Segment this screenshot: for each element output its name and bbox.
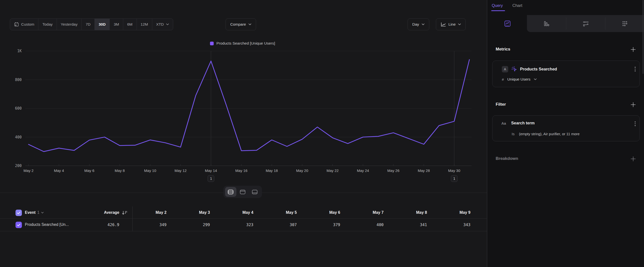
date-column-header[interactable]: May 7: [342, 210, 384, 215]
cell-value: 379: [298, 222, 340, 227]
metric-card[interactable]: A Products Searched # Unique Users: [492, 61, 640, 87]
date-range-segmented-control: CustomTodayYesterday7D30D3M6M12MXTD: [10, 19, 173, 30]
row-checkbox[interactable]: [16, 222, 22, 228]
filter-operator[interactable]: Is: [512, 132, 514, 136]
cell-value: 349: [125, 222, 166, 227]
cell-value: 400: [342, 222, 384, 227]
view-tab-grid-dots[interactable]: [605, 15, 644, 32]
active-tab-underline: [491, 10, 505, 11]
layout-table-only-button[interactable]: [249, 187, 260, 197]
event-label: Event: [25, 210, 36, 215]
chart-toolbar: CustomTodayYesterday7D30D3M6M12MXTD Comp…: [0, 19, 487, 30]
date-range-30d[interactable]: 30D: [94, 19, 110, 30]
x-axis-label: May 26: [388, 168, 400, 173]
select-all-checkbox[interactable]: [16, 210, 22, 216]
layout-toggle-group: [223, 186, 262, 198]
date-column-header[interactable]: May 2: [125, 210, 166, 215]
date-range-today[interactable]: Today: [38, 19, 56, 30]
number-measure-icon: #: [502, 77, 504, 82]
date-column-header[interactable]: May 5: [255, 210, 297, 215]
date-range-7d[interactable]: 7D: [82, 19, 94, 30]
x-axis-label: May 30: [448, 168, 460, 173]
row-series-name: Products Searched [Un...: [25, 222, 69, 227]
date-range-12m[interactable]: 12M: [136, 19, 152, 30]
average-column-header[interactable]: Average: [78, 210, 119, 215]
line-chart-square-icon: [504, 21, 511, 27]
line-chart[interactable]: 2004006008001KMay 2May 4May 6May 8May 10…: [0, 30, 487, 185]
add-breakdown-button[interactable]: [630, 156, 636, 162]
chevron-down-icon: [458, 24, 461, 25]
plus-icon: [630, 156, 636, 162]
tab-query[interactable]: Query: [492, 3, 503, 8]
filter-property-name[interactable]: Search term: [511, 121, 534, 125]
date-range-3m[interactable]: 3M: [110, 19, 123, 30]
measure-label: Unique Users: [507, 77, 530, 82]
view-tab-bar-chart[interactable]: [527, 15, 566, 32]
metric-name[interactable]: Products Searched: [520, 67, 557, 71]
x-axis-label: May 6: [84, 168, 94, 173]
calendar-icon: [14, 22, 19, 27]
cell-value: 323: [212, 222, 253, 227]
query-sidebar: Query Chart: [488, 0, 644, 267]
y-axis-label: 400: [15, 135, 22, 139]
date-range-yesterday[interactable]: Yesterday: [56, 19, 82, 30]
add-metric-button[interactable]: [630, 46, 636, 53]
metric-kebab-menu[interactable]: [634, 66, 636, 72]
filter-card[interactable]: Aa Search term Is (empty string), Air pu…: [492, 115, 640, 141]
compare-label: Compare: [230, 22, 246, 27]
event-count: 1: [38, 210, 40, 215]
table-row[interactable]: Products Searched [Un... 426.9 349299323…: [0, 219, 487, 231]
compare-button[interactable]: Compare: [226, 19, 256, 30]
chevron-down-icon: [41, 212, 44, 213]
chart-type-button[interactable]: Line: [436, 19, 466, 30]
x-axis-label: May 20: [296, 168, 308, 173]
date-column-header[interactable]: May 3: [168, 210, 210, 215]
filter-values[interactable]: (empty string), Air purifier, or 11 more: [519, 132, 580, 136]
add-filter-button[interactable]: [630, 102, 636, 108]
metrics-section-title: Metrics: [496, 47, 510, 52]
granularity-button[interactable]: Day: [408, 19, 429, 30]
bar-chart-icon: [544, 21, 550, 27]
metric-series-badge: A: [502, 66, 508, 72]
chart-view-strip: [488, 15, 644, 32]
date-range-xtd[interactable]: XTD: [152, 19, 173, 30]
y-axis-label: 200: [15, 164, 22, 168]
x-axis-label: May 10: [144, 168, 156, 173]
series-line[interactable]: [28, 60, 469, 151]
x-axis-label: May 4: [54, 168, 64, 173]
chevron-down-icon: [248, 24, 252, 25]
measure-selector[interactable]: # Unique Users: [502, 77, 537, 82]
x-axis-label: May 28: [418, 168, 430, 173]
date-column-header[interactable]: May 9: [429, 210, 470, 215]
y-axis-label: 600: [15, 106, 22, 111]
top-view-icon: [240, 190, 246, 194]
cell-value: 343: [429, 222, 470, 227]
tab-chart[interactable]: Chart: [512, 3, 522, 8]
flows-icon: [582, 21, 589, 27]
bottom-view-icon: [252, 190, 258, 194]
chart-panel: CustomTodayYesterday7D30D3M6M12MXTD Comp…: [0, 0, 487, 267]
filter-kebab-menu[interactable]: [634, 121, 636, 127]
chevron-down-icon: [166, 24, 169, 25]
layout-chart-only-button[interactable]: [237, 187, 248, 197]
event-cursor-icon: [511, 66, 518, 73]
chevron-down-icon: [534, 78, 537, 80]
date-column-header[interactable]: May 4: [212, 210, 253, 215]
x-axis-label: May 24: [357, 168, 369, 173]
filter-section-title: Filter: [496, 102, 506, 107]
view-tab-flows[interactable]: [566, 15, 605, 32]
layout-split-button[interactable]: [225, 187, 236, 197]
sidebar-scrollbar[interactable]: [642, 0, 644, 74]
plus-icon: [630, 47, 636, 52]
split-view-icon: [228, 190, 234, 194]
date-range-6m[interactable]: 6M: [123, 19, 136, 30]
date-column-header[interactable]: May 8: [385, 210, 427, 215]
x-axis-label: May 18: [266, 168, 278, 173]
view-tab-line-chart[interactable]: [488, 15, 527, 32]
date-range-custom[interactable]: Custom: [10, 19, 38, 30]
x-axis-label: May 16: [236, 168, 248, 173]
y-axis-label: 1K: [17, 49, 22, 53]
event-selector[interactable]: Event 1: [25, 210, 44, 215]
date-column-header[interactable]: May 6: [298, 210, 340, 215]
x-axis-label: May 14: [205, 168, 217, 173]
